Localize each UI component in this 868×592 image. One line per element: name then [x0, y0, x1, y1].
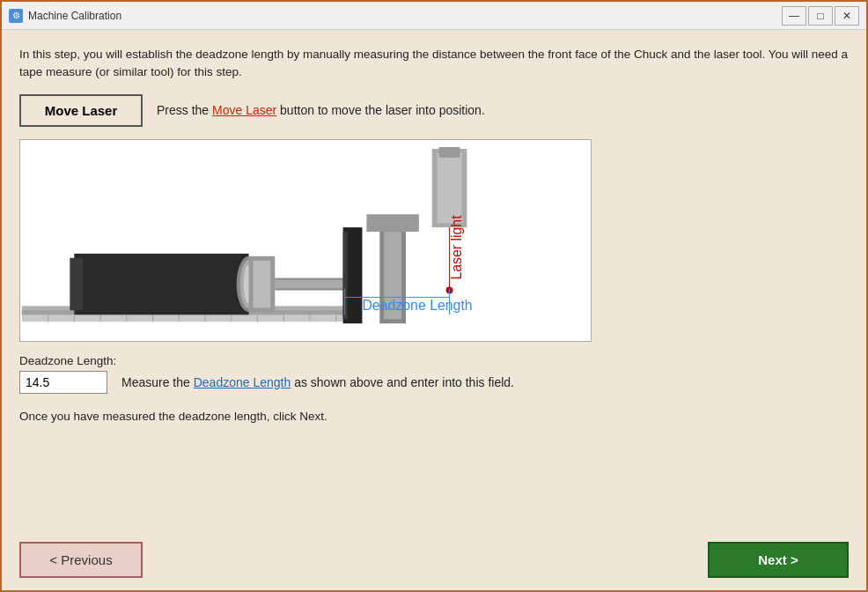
deadzone-desc-after: as shown above and enter into this field… — [291, 375, 514, 389]
window-title: Machine Calibration — [28, 10, 782, 22]
deadzone-desc-before: Measure the — [121, 375, 194, 389]
footer: < Previous Next > — [2, 533, 866, 590]
move-laser-link[interactable]: Move Laser — [212, 103, 276, 117]
svg-rect-24 — [275, 279, 344, 288]
window-controls: — □ ✕ — [782, 6, 859, 26]
svg-rect-16 — [74, 253, 248, 314]
svg-rect-17 — [70, 257, 83, 309]
move-laser-description: Press the Move Laser button to move the … — [157, 103, 485, 117]
svg-rect-3 — [22, 314, 345, 322]
deadzone-label: Deadzone Length: — [19, 354, 849, 367]
svg-rect-26 — [343, 232, 348, 319]
intro-text: In this step, you will establish the dea… — [19, 46, 849, 82]
deadzone-description: Measure the Deadzone Length as shown abo… — [121, 375, 514, 389]
move-laser-desc-before: Press the — [157, 103, 212, 117]
move-laser-button[interactable]: Move Laser — [19, 94, 143, 127]
svg-text:Laser light: Laser light — [449, 214, 464, 279]
deadzone-input[interactable] — [19, 371, 107, 394]
maximize-button[interactable]: □ — [808, 6, 833, 26]
deadzone-link[interactable]: Deadzone Length — [194, 375, 291, 389]
move-laser-row: Move Laser Press the Move Laser button t… — [19, 94, 849, 127]
svg-rect-31 — [438, 152, 462, 222]
move-laser-desc-after: button to move the laser into position. — [276, 103, 485, 117]
svg-text:Deadzone Length: Deadzone Length — [362, 298, 472, 313]
main-window: ⚙ Machine Calibration — □ ✕ In this step… — [0, 0, 868, 592]
instruction-text: Once you have measured the deadzone leng… — [19, 410, 849, 423]
app-icon: ⚙ — [9, 9, 23, 23]
deadzone-section: Deadzone Length: Measure the Deadzone Le… — [19, 354, 849, 394]
next-button[interactable]: Next > — [708, 542, 849, 578]
svg-rect-32 — [439, 146, 460, 157]
svg-rect-22 — [254, 260, 271, 307]
title-bar: ⚙ Machine Calibration — □ ✕ — [2, 2, 866, 30]
minimize-button[interactable]: — — [782, 6, 806, 26]
svg-rect-29 — [366, 214, 418, 232]
previous-button[interactable]: < Previous — [19, 542, 143, 578]
deadzone-input-row: Measure the Deadzone Length as shown abo… — [19, 371, 849, 394]
close-button[interactable]: ✕ — [835, 6, 859, 26]
main-content: In this step, you will establish the dea… — [2, 30, 866, 533]
machine-diagram: Laser light Deadzone Length — [19, 139, 592, 342]
